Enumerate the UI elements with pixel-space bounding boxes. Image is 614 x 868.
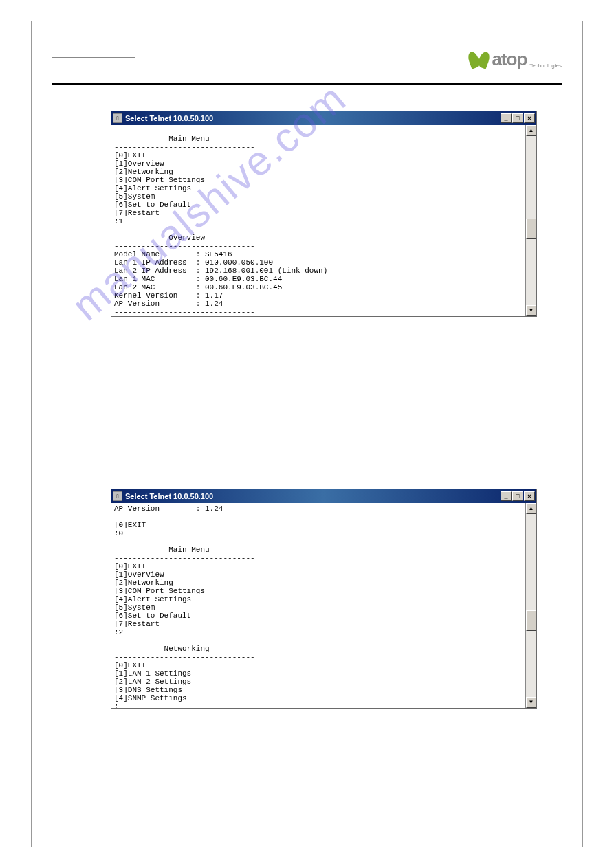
telnet-body: AP Version : 1.24 [0]EXIT :0 -----------… bbox=[111, 503, 536, 708]
scroll-thumb[interactable] bbox=[526, 219, 536, 239]
minimize-button[interactable]: _ bbox=[501, 491, 512, 501]
window-controls: _ □ × bbox=[501, 491, 535, 501]
close-button[interactable]: × bbox=[524, 113, 535, 123]
header-rule bbox=[52, 83, 562, 85]
telnet-window-networking: ▯ Select Telnet 10.0.50.100 _ □ × AP Ver… bbox=[111, 489, 537, 709]
scroll-down-button[interactable]: ▼ bbox=[526, 305, 536, 316]
document-page: atop Technologies ▯ Select Telnet 10.0.5… bbox=[31, 21, 583, 847]
maximize-button[interactable]: □ bbox=[512, 491, 523, 501]
scroll-up-button[interactable]: ▲ bbox=[526, 125, 536, 136]
scroll-track[interactable] bbox=[526, 136, 536, 305]
titlebar[interactable]: ▯ Select Telnet 10.0.50.100 _ □ × bbox=[111, 111, 536, 125]
scroll-up-button[interactable]: ▲ bbox=[526, 503, 536, 514]
telnet-body: ------------------------------- Main Men… bbox=[111, 125, 536, 316]
header-underline bbox=[52, 57, 135, 58]
logo-text: atop bbox=[492, 49, 527, 70]
terminal-output[interactable]: ------------------------------- Main Men… bbox=[111, 125, 525, 316]
titlebar[interactable]: ▯ Select Telnet 10.0.50.100 _ □ × bbox=[111, 489, 536, 503]
app-icon: ▯ bbox=[113, 113, 122, 123]
window-controls: _ □ × bbox=[501, 113, 535, 123]
logo-subtext: Technologies bbox=[529, 63, 562, 69]
telnet-window-overview: ▯ Select Telnet 10.0.50.100 _ □ × ------… bbox=[111, 111, 537, 317]
maximize-button[interactable]: □ bbox=[512, 113, 523, 123]
terminal-output[interactable]: AP Version : 1.24 [0]EXIT :0 -----------… bbox=[111, 503, 525, 708]
scroll-track[interactable] bbox=[526, 514, 536, 697]
scroll-thumb[interactable] bbox=[526, 610, 536, 631]
app-icon: ▯ bbox=[113, 491, 122, 501]
vertical-scrollbar[interactable]: ▲ ▼ bbox=[525, 503, 536, 708]
window-title: Select Telnet 10.0.50.100 bbox=[125, 114, 498, 122]
brand-logo: atop Technologies bbox=[469, 49, 562, 70]
logo-icon bbox=[469, 52, 489, 68]
vertical-scrollbar[interactable]: ▲ ▼ bbox=[525, 125, 536, 316]
minimize-button[interactable]: _ bbox=[501, 113, 512, 123]
scroll-down-button[interactable]: ▼ bbox=[526, 697, 536, 708]
close-button[interactable]: × bbox=[524, 491, 535, 501]
window-title: Select Telnet 10.0.50.100 bbox=[125, 492, 498, 500]
